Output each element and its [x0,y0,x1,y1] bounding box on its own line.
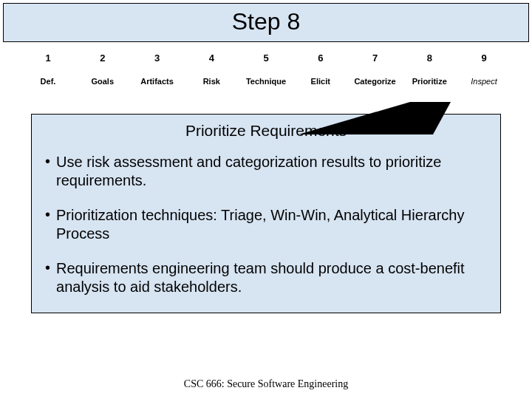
step-9: 9 Inspect [458,52,510,86]
step-number: 3 [132,52,183,64]
content-heading: Prioritize Requirements [45,122,487,140]
step-7: 7 Categorize [349,52,401,86]
step-number: 6 [295,52,347,64]
step-label: Inspect [458,77,510,86]
step-label: Artifacts [132,77,183,86]
bullet-item: • Prioritization techniques: Triage, Win… [45,206,487,243]
step-number: 4 [185,52,237,64]
bullet-dot-icon: • [45,259,50,296]
page-title: Step 8 [4,8,528,35]
steps-row: 1 Def. 2 Goals 3 Artifacts 4 Risk 5 Tech… [0,42,532,89]
step-number: 7 [349,52,401,64]
step-number: 1 [22,52,74,64]
step-label: Goals [77,77,129,86]
step-label: Prioritize [403,77,455,86]
bullet-text: Use risk assessment and categorization r… [56,153,487,190]
step-label: Def. [22,77,74,86]
bullet-item: • Use risk assessment and categorization… [45,153,487,190]
step-6: 6 Elicit [295,52,347,86]
footer-text: CSC 666: Secure Software Engineering [0,378,532,390]
step-label: Elicit [295,77,347,86]
step-1: 1 Def. [22,52,74,86]
step-label: Risk [185,77,237,86]
bullet-dot-icon: • [45,153,50,190]
step-5: 5 Technique [240,52,292,86]
step-4: 4 Risk [185,52,237,86]
step-3: 3 Artifacts [132,52,183,86]
step-label: Technique [240,77,292,86]
step-number: 9 [458,52,510,64]
step-2: 2 Goals [77,52,129,86]
step-number: 5 [240,52,292,64]
bullet-dot-icon: • [45,206,50,243]
bullet-text: Prioritization techniques: Triage, Win-W… [56,206,487,243]
step-number: 2 [77,52,129,64]
title-box: Step 8 [3,3,529,42]
step-8: 8 Prioritize [403,52,455,86]
step-label: Categorize [349,77,401,86]
step-number: 8 [403,52,455,64]
content-box: Prioritize Requirements • Use risk asses… [31,114,501,313]
bullet-text: Requirements engineering team should pro… [56,259,487,296]
bullet-item: • Requirements engineering team should p… [45,259,487,296]
